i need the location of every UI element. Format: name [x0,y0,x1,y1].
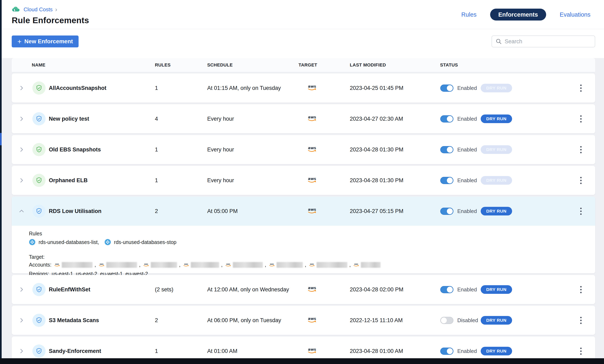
dry-run-badge-pill: DRY RUN [481,285,512,294]
redacted-account-id [233,262,263,268]
last-modified-timestamp: 2022-12-15 11:10 AM [350,306,403,335]
tab-rules[interactable]: Rules [461,11,477,18]
row-menu-kebab-icon[interactable] [576,166,585,195]
aws-logo-icon: aws [53,263,61,267]
rule-chip[interactable]: rds-unused-databases-stop [104,239,176,245]
enabled-toggle[interactable] [440,306,453,335]
rules-count: 1 [155,74,158,103]
status-label: Disabled [457,306,478,335]
redacted-account-id [316,262,347,268]
schedule-text: At 05:00 PM [207,197,238,226]
svg-text:$: $ [13,8,16,12]
dry-run-badge: DRY RUN [481,135,512,164]
breadcrumb: $ Cloud Costs › [12,6,57,13]
toggle-knob [447,85,453,91]
row-menu-kebab-icon[interactable] [576,275,585,304]
toggle-track[interactable] [440,317,453,324]
row-menu-kebab-icon[interactable] [576,306,585,335]
dry-run-badge-pill: DRY RUN [481,84,512,92]
page-title: Rule Enforcements [12,16,89,25]
column-header-rules: RULES [155,58,171,72]
enforcement-name: S3 Metadata Scans [49,306,99,335]
redacted-account-id [62,262,92,268]
aws-logo-icon: aws [308,263,315,267]
row-menu-kebab-icon[interactable] [576,197,585,226]
column-header-status: STATUS [440,58,458,72]
redacted-account: aws [53,262,92,268]
status-label: Enabled [457,197,477,226]
rule-name: rds-unused-databases-list, [38,239,99,245]
dry-run-badge-pill: DRY RUN [481,316,512,325]
detail-target-label: Target: [29,254,45,260]
enabled-toggle[interactable] [440,135,453,164]
dry-run-badge: DRY RUN [481,306,512,335]
enforcement-name: New policy test [49,104,89,133]
aws-logo-icon: aws [307,306,317,335]
window-bottom-edge [0,358,604,364]
expanded-row-detail: Rules rds-unused-databases-list, rds-unu… [12,226,595,273]
row-menu-kebab-icon[interactable] [576,135,585,164]
toggle-track[interactable] [440,146,453,153]
aws-logo-icon: aws [307,166,317,195]
expand-row-chevron-right-icon[interactable] [17,166,26,195]
expand-row-chevron-right-icon[interactable] [17,74,26,103]
new-enforcement-button[interactable]: + New Enforcement [12,36,79,47]
expand-row-chevron-right-icon[interactable] [17,135,26,164]
row-menu-kebab-icon[interactable] [576,74,585,103]
aws-logo-icon: aws [225,263,232,267]
rules-count: 1 [155,135,158,164]
toggle-track[interactable] [440,85,453,92]
svg-text:aws: aws [308,84,316,88]
enabled-toggle[interactable] [440,275,453,304]
expand-row-chevron-right-icon[interactable] [17,104,26,133]
breadcrumb-link-cloud-costs[interactable]: Cloud Costs [24,6,53,13]
enabled-toggle[interactable] [440,74,453,103]
svg-text:aws: aws [100,263,103,265]
accounts-label: Accounts: [29,262,51,268]
tab-enforcements[interactable]: Enforcements [490,9,546,21]
enabled-toggle[interactable] [440,197,453,226]
toggle-track[interactable] [440,115,453,123]
toggle-track[interactable] [440,286,453,293]
search-input[interactable] [505,38,591,45]
aws-logo-icon: aws [307,197,317,226]
dry-run-badge-pill: DRY RUN [481,145,512,154]
toggle-track[interactable] [440,177,453,184]
enabled-toggle[interactable] [440,104,453,133]
expand-row-chevron-right-icon[interactable] [17,306,26,335]
toggle-knob [447,287,453,293]
row-menu-kebab-icon[interactable] [576,104,585,133]
table-row: New policy test4Every hour aws 2023-04-2… [12,104,595,133]
enabled-toggle[interactable] [440,166,453,195]
rule-icon [29,239,36,245]
tab-evaluations[interactable]: Evaluations [560,11,591,18]
aws-logo-icon: aws [143,263,150,267]
last-modified-timestamp: 2023-04-28 01:30 PM [350,135,403,164]
detail-accounts-line: Accounts: aws , aws , aws , aws , aws , … [29,262,381,268]
schedule-text: Every hour [207,166,234,195]
status-label: Enabled [457,104,477,133]
rule-chip[interactable]: rds-unused-databases-list, [29,239,99,245]
search-box[interactable] [491,36,595,47]
table-header-row: NAME RULES SCHEDULE TARGET LAST MODIFIED… [12,58,595,72]
svg-text:aws: aws [308,207,316,212]
redacted-account-id [106,262,137,268]
svg-text:aws: aws [308,286,316,290]
aws-logo-icon: aws [307,74,317,103]
dry-run-badge: DRY RUN [481,275,512,304]
aws-logo-icon: aws [307,275,317,304]
nav-active-indicator [0,133,2,145]
row-main: RuleEnfWithSet(2 sets)At 12:00 AM, only … [12,275,595,304]
table-row: Old EBS Snapshots1Every hour aws 2023-04… [12,135,595,164]
toggle-track[interactable] [440,348,453,355]
schedule-text: Every hour [207,135,234,164]
row-main: New policy test4Every hour aws 2023-04-2… [12,104,595,133]
collapse-row-chevron-up-icon[interactable] [17,197,26,226]
enforcement-name: RuleEnfWithSet [49,275,90,304]
expand-row-chevron-right-icon[interactable] [17,275,26,304]
redacted-account: aws [143,262,177,268]
svg-text:aws: aws [55,263,59,265]
last-modified-timestamp: 2023-04-27 02:30 AM [350,104,403,133]
schedule-text: At 01:15 AM, only on Tuesday [207,74,281,103]
toggle-track[interactable] [440,208,453,215]
